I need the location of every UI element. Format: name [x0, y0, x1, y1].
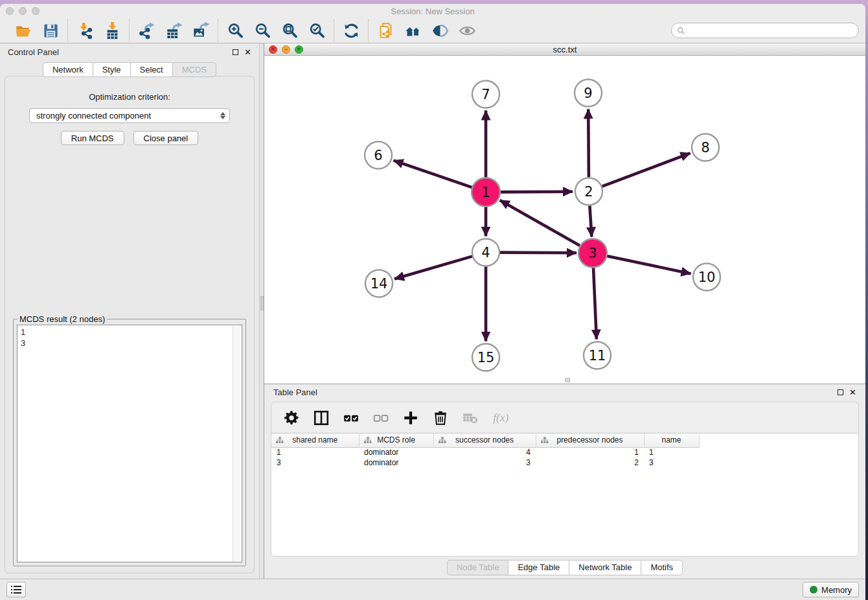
table-cell[interactable]: dominator — [359, 447, 433, 457]
tab-node-table[interactable]: Node Table — [447, 560, 508, 575]
node-table-area: shared nameMCDS rolesuccessor nodesprede… — [271, 433, 858, 556]
graph-node-14[interactable]: 14 — [365, 270, 393, 297]
edge-3-11[interactable] — [593, 268, 597, 340]
half-eye-icon[interactable] — [431, 21, 449, 40]
open-folder-icon[interactable] — [14, 21, 32, 40]
run-mcds-button[interactable]: Run MCDS — [61, 131, 124, 145]
graph-node-8[interactable]: 8 — [692, 134, 719, 161]
graph-node-6[interactable]: 6 — [365, 142, 392, 169]
export-table-icon[interactable] — [165, 21, 183, 40]
close-table-panel-icon[interactable]: ✕ — [849, 389, 856, 395]
zoom-out-icon[interactable] — [253, 21, 271, 40]
table-row[interactable]: 3dominator323 — [271, 457, 699, 468]
add-column-icon[interactable] — [402, 410, 419, 426]
save-icon[interactable] — [41, 21, 60, 40]
edge-2-8[interactable] — [602, 153, 691, 186]
column-header-predecessor-nodes[interactable]: predecessor nodes — [536, 433, 644, 447]
import-network-icon[interactable] — [76, 21, 94, 40]
network-resize-handle[interactable] — [565, 378, 570, 382]
edge-2-3[interactable] — [589, 206, 591, 237]
table-cell[interactable]: 1 — [644, 447, 699, 457]
unselect-all-icon[interactable] — [372, 410, 389, 426]
splitter-grip-icon[interactable] — [260, 296, 264, 310]
edge-4-14[interactable] — [394, 257, 472, 279]
window-titlebar[interactable]: Session: New Session — [0, 4, 865, 18]
close-panel-icon[interactable]: ✕ — [244, 49, 251, 55]
tab-mcds[interactable]: MCDS — [172, 62, 216, 77]
optimization-criterion-select[interactable]: strongly connected component — [29, 108, 230, 123]
table-cell[interactable]: 2 — [536, 457, 644, 468]
clone-network-icon[interactable] — [376, 21, 394, 40]
graph-node-15[interactable]: 15 — [472, 344, 499, 371]
tab-style[interactable]: Style — [93, 62, 130, 77]
column-view-icon[interactable] — [313, 410, 330, 426]
zoom-selected-icon[interactable] — [308, 21, 326, 40]
search-box[interactable] — [671, 23, 859, 38]
edge-2-9[interactable] — [588, 110, 589, 178]
svg-text:f(x): f(x) — [493, 411, 508, 424]
graph-node-7[interactable]: 7 — [472, 81, 499, 108]
edge-3-10[interactable] — [607, 256, 691, 273]
home-icon[interactable] — [404, 21, 422, 40]
import-table-icon[interactable] — [103, 21, 121, 40]
select-all-icon[interactable] — [343, 410, 360, 426]
tab-network-table[interactable]: Network Table — [569, 560, 641, 575]
edge-1-2[interactable] — [500, 192, 573, 192]
status-bar: Memory — [0, 579, 865, 600]
edge-4-3[interactable] — [500, 253, 577, 253]
mcds-result-text[interactable]: 1 3 — [17, 325, 242, 562]
network-minimize-icon[interactable]: − — [282, 45, 290, 54]
tab-motifs[interactable]: Motifs — [641, 560, 683, 575]
table-cell[interactable]: dominator — [359, 457, 433, 468]
column-header-shared-name[interactable]: shared name — [271, 433, 359, 447]
hierarchy-icon — [276, 437, 284, 446]
svg-text:11: 11 — [589, 348, 606, 363]
graph-node-11[interactable]: 11 — [584, 342, 611, 369]
memory-button[interactable]: Memory — [803, 582, 859, 597]
panel-splitter[interactable] — [259, 43, 264, 579]
network-canvas[interactable]: 7 9 6 8 1 2 4 3 14 10 15 — [264, 56, 865, 384]
memory-status-icon — [810, 586, 817, 594]
refresh-icon[interactable] — [342, 21, 360, 40]
float-table-panel-icon[interactable] — [838, 389, 843, 395]
tab-select[interactable]: Select — [130, 62, 172, 77]
network-window-titlebar[interactable]: ✕ − + scc.txt — [264, 43, 865, 56]
graph-node-1[interactable]: 1 — [472, 178, 500, 207]
zoom-in-icon[interactable] — [226, 21, 244, 40]
search-input[interactable] — [689, 26, 853, 35]
table-cell[interactable]: 3 — [433, 457, 536, 468]
edge-1-6[interactable] — [394, 161, 473, 188]
export-network-icon[interactable] — [137, 21, 155, 40]
table-container: f(x) shared nameMCDS rolesuccessor nodes… — [271, 402, 859, 557]
column-header-name[interactable]: name — [644, 433, 699, 447]
graph-node-10[interactable]: 10 — [693, 264, 720, 291]
export-image-icon[interactable] — [192, 21, 210, 40]
table-row[interactable]: 1dominator411 — [271, 447, 699, 457]
table-cell[interactable]: 4 — [433, 447, 536, 457]
edge-3-1[interactable] — [500, 200, 580, 246]
tab-network[interactable]: Network — [43, 62, 93, 77]
table-cell[interactable]: 3 — [271, 457, 359, 468]
zoom-fit-icon[interactable] — [280, 21, 299, 40]
graph-node-2[interactable]: 2 — [575, 178, 602, 205]
graph-node-4[interactable]: 4 — [472, 239, 499, 266]
tab-edge-table[interactable]: Edge Table — [508, 560, 569, 575]
table-cell[interactable]: 1 — [271, 447, 359, 457]
column-header-successor-nodes[interactable]: successor nodes — [433, 433, 536, 447]
graph-node-9[interactable]: 9 — [575, 80, 602, 107]
toolbar-group — [130, 21, 218, 40]
graph-node-3[interactable]: 3 — [578, 239, 607, 268]
column-header-MCDS-role[interactable]: MCDS role — [359, 433, 433, 447]
close-panel-button[interactable]: Close panel — [133, 131, 199, 145]
delete-column-icon[interactable] — [432, 410, 449, 426]
table-cell[interactable]: 1 — [536, 447, 644, 457]
float-panel-icon[interactable] — [233, 49, 238, 55]
network-maximize-icon[interactable]: + — [295, 45, 303, 54]
network-close-icon[interactable]: ✕ — [269, 45, 277, 54]
result-scrollbar[interactable] — [233, 326, 241, 561]
task-history-button[interactable] — [6, 582, 26, 597]
svg-text:14: 14 — [371, 276, 388, 292]
network-graph[interactable]: 7 9 6 8 1 2 4 3 14 10 15 — [264, 56, 865, 384]
table-cell[interactable]: 3 — [644, 457, 699, 468]
gear-icon[interactable] — [283, 410, 300, 426]
